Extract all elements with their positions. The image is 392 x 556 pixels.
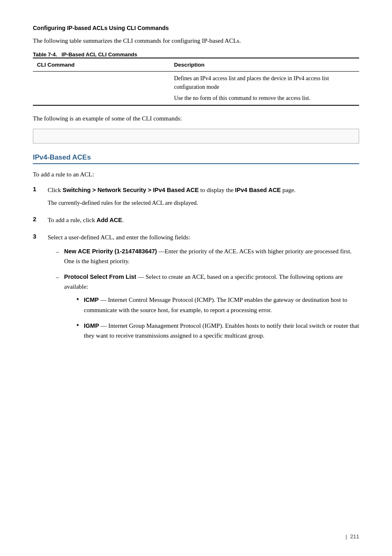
- bullet-symbol-2: •: [76, 321, 84, 330]
- step-1-content: Click Switching > Network Security > IPv…: [48, 185, 359, 208]
- code-example-box: [33, 129, 359, 144]
- pipe-separator: |: [346, 533, 347, 540]
- step-2-content: To add a rule, click Add ACE.: [48, 215, 359, 225]
- section-title-ipv4: IPv4-Based ACEs: [33, 153, 359, 164]
- page-number-value: 211: [350, 533, 359, 540]
- bullet-item-icmp: • ICMP — Internet Control Message Protoc…: [76, 295, 359, 315]
- step-2: 2 To add a rule, click Add ACE.: [33, 215, 359, 225]
- step-2-main: To add a rule, click Add ACE.: [48, 217, 124, 223]
- step-3-content: Select a user-defined ACL, and enter the…: [48, 232, 359, 352]
- icmp-label: ICMP: [84, 297, 99, 303]
- dash-item-2-label: Protocol Select From List: [64, 273, 136, 280]
- igmp-text: — Internet Group Management Protocol (IG…: [84, 322, 359, 339]
- dash-item-2-content: Protocol Select From List — Select to cr…: [64, 272, 359, 346]
- table-cell-cli: [33, 71, 170, 105]
- table-row: Defines an IPv4 access list and places t…: [33, 71, 359, 105]
- table-header-description: Description: [170, 58, 359, 72]
- step-2-bold: Add ACE: [97, 217, 122, 223]
- table-cell-description: Defines an IPv4 access list and places t…: [170, 71, 359, 105]
- igmp-label: IGMP: [84, 322, 99, 329]
- step-1-number: 1: [33, 185, 44, 192]
- step-3-main: Select a user-defined ACL, and enter the…: [48, 234, 190, 241]
- table-header-cli: CLI Command: [33, 58, 170, 72]
- dash-symbol-2: –: [56, 272, 64, 282]
- step-1: 1 Click Switching > Network Security > I…: [33, 185, 359, 208]
- dash-item-1-content: New ACE Priority (1-2147483647) —Enter t…: [64, 246, 359, 266]
- step-1-bold-switching: Switching > Network Security > IPv4 Base…: [62, 187, 198, 193]
- bullet-list: • ICMP — Internet Control Message Protoc…: [64, 295, 359, 340]
- step-1-bold-page: IPv4 Based ACE: [235, 187, 281, 193]
- step-2-number: 2: [33, 215, 44, 222]
- page-number: |211: [346, 533, 359, 540]
- desc-entry-1: Defines an IPv4 access list and places t…: [174, 74, 355, 91]
- step-3: 3 Select a user-defined ACL, and enter t…: [33, 232, 359, 352]
- dash-item-1-label: New ACE Priority (1-2147483647): [64, 248, 157, 255]
- bullet-item-igmp-content: IGMP — Internet Group Management Protoco…: [84, 321, 359, 341]
- step-1-note: The currently-defined rules for the sele…: [48, 198, 359, 208]
- dash-symbol-1: –: [56, 246, 64, 257]
- step-3-number: 3: [33, 232, 44, 240]
- example-text: The following is an example of some of t…: [33, 114, 359, 123]
- dash-item-2: – Protocol Select From List — Select to …: [56, 272, 359, 346]
- bullet-item-igmp: • IGMP — Internet Group Management Proto…: [76, 321, 359, 341]
- table-caption: Table 7-4. IP-Based ACL CLI Commands: [33, 51, 359, 58]
- bullet-symbol-1: •: [76, 295, 84, 304]
- section-ipv4-based-aces: IPv4-Based ACEs To add a rule to an ACL:…: [33, 153, 359, 352]
- intro-text: The following table summarizes the CLI c…: [33, 36, 359, 46]
- icmp-text: — Internet Control Message Protocol (ICM…: [84, 297, 347, 313]
- section-heading-configuring: Configuring IP-based ACLs Using CLI Comm…: [33, 25, 359, 31]
- dash-list: – New ACE Priority (1-2147483647) —Enter…: [48, 246, 359, 346]
- section2-intro: To add a rule to an ACL:: [33, 170, 359, 179]
- section-configuring-ip-acls: Configuring IP-based ACLs Using CLI Comm…: [33, 25, 359, 144]
- dash-item-1: – New ACE Priority (1-2147483647) —Enter…: [56, 246, 359, 266]
- desc-entry-2: Use the no form of this command to remov…: [174, 94, 355, 102]
- step-1-main: Click Switching > Network Security > IPv…: [48, 187, 295, 193]
- ip-based-acl-cli-commands-table: CLI Command Description Defines an IPv4 …: [33, 58, 359, 106]
- bullet-item-icmp-content: ICMP — Internet Control Message Protocol…: [84, 295, 359, 315]
